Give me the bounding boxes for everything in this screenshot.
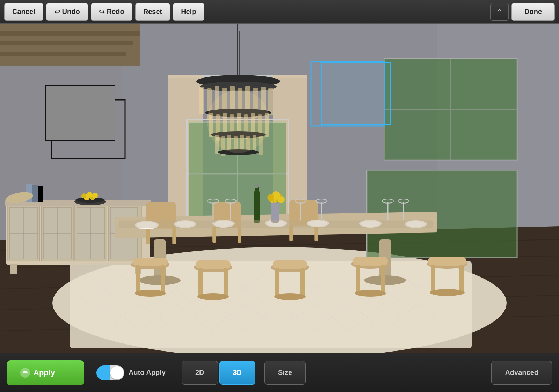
svg-rect-132 [238, 227, 241, 243]
svg-point-175 [267, 194, 274, 201]
svg-rect-108 [133, 258, 168, 266]
svg-rect-39 [199, 87, 204, 114]
svg-rect-6 [0, 52, 126, 56]
auto-apply-toggle[interactable] [96, 365, 124, 380]
svg-point-116 [197, 293, 229, 300]
selection-rectangle[interactable] [321, 62, 391, 125]
svg-point-121 [274, 293, 306, 300]
auto-apply-label: Auto Apply [129, 369, 166, 377]
svg-point-104 [139, 275, 181, 285]
svg-rect-128 [146, 228, 150, 244]
svg-rect-4 [0, 31, 140, 36]
art-frame [45, 85, 115, 141]
svg-rect-28 [384, 59, 517, 160]
auto-apply-container: Auto Apply [96, 365, 166, 380]
svg-point-140 [430, 289, 465, 296]
svg-rect-113 [196, 260, 231, 269]
svg-rect-114 [198, 268, 203, 297]
svg-rect-155 [254, 191, 260, 223]
svg-rect-119 [275, 268, 280, 297]
collapse-button[interactable]: ⌃ [490, 3, 509, 21]
svg-rect-137 [428, 257, 466, 266]
svg-point-126 [355, 290, 386, 297]
svg-rect-139 [459, 265, 464, 293]
size-button[interactable]: Size [264, 361, 306, 385]
svg-rect-129 [172, 228, 176, 244]
svg-rect-125 [381, 265, 385, 293]
svg-point-100 [92, 193, 98, 198]
svg-rect-109 [136, 265, 140, 293]
svg-rect-171 [271, 202, 280, 223]
svg-rect-138 [431, 265, 435, 293]
svg-rect-14 [70, 261, 472, 348]
redo-icon [99, 8, 105, 16]
svg-rect-115 [224, 268, 228, 297]
redo-button[interactable]: Redo [91, 3, 132, 21]
svg-rect-91 [32, 185, 38, 202]
svg-point-69 [207, 90, 270, 153]
advanced-button[interactable]: Advanced [491, 361, 552, 385]
svg-rect-124 [356, 265, 360, 293]
svg-rect-88 [10, 264, 17, 274]
svg-rect-179 [119, 220, 433, 228]
svg-rect-131 [212, 227, 216, 243]
apply-button[interactable]: ✏ Apply [7, 360, 84, 385]
svg-rect-110 [161, 265, 165, 293]
scene-area[interactable] [0, 24, 559, 353]
chevron-up-icon: ⌃ [497, 8, 502, 16]
svg-point-98 [87, 192, 92, 198]
help-button[interactable]: Help [173, 3, 204, 21]
view-3d-button[interactable]: 3D [219, 361, 256, 385]
svg-rect-5 [0, 41, 133, 45]
view-mode-group: 2D 3D [182, 361, 255, 385]
top-toolbar: Cancel Undo Redo Reset Help ⌃ Done [0, 0, 559, 24]
reset-button[interactable]: Reset [135, 3, 170, 21]
svg-rect-120 [300, 268, 305, 297]
svg-point-99 [81, 193, 86, 198]
svg-rect-118 [273, 260, 307, 269]
svg-point-176 [278, 196, 285, 203]
paint-brush-icon: ✏ [20, 368, 30, 378]
undo-icon [54, 8, 60, 16]
undo-button[interactable]: Undo [46, 3, 88, 21]
svg-rect-48 [268, 88, 273, 115]
cancel-button[interactable]: Cancel [4, 3, 43, 21]
view-2d-button[interactable]: 2D [182, 361, 218, 385]
toggle-knob [110, 366, 124, 379]
done-button[interactable]: Done [511, 3, 555, 21]
svg-rect-123 [353, 257, 388, 266]
bottom-toolbar: ✏ Apply Auto Apply 2D 3D Size Advanced [0, 353, 559, 392]
svg-rect-92 [38, 186, 43, 202]
svg-point-111 [135, 290, 166, 297]
svg-rect-157 [255, 184, 258, 188]
